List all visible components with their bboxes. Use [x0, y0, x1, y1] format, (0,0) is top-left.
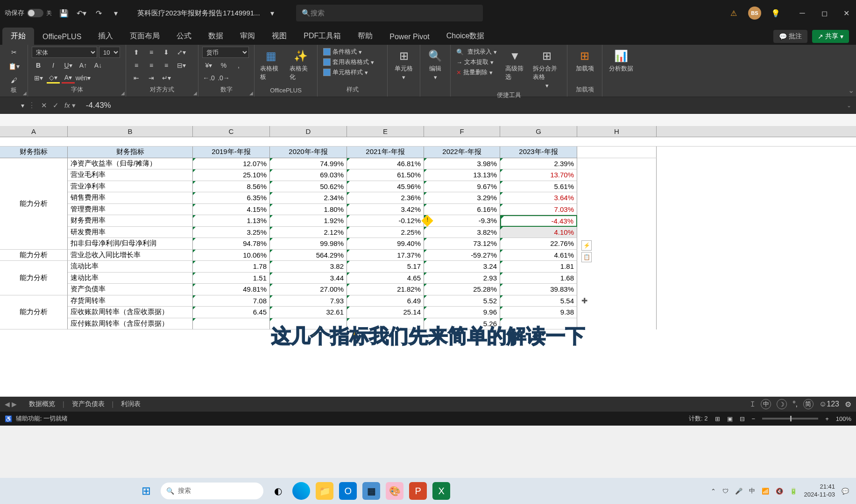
metric-name-cell[interactable]: 应收账款周转率（含应收票据）: [68, 307, 193, 318]
undo-icon[interactable]: ↶▾: [76, 8, 86, 18]
data-cell[interactable]: 69.03%: [270, 169, 347, 181]
header-cell[interactable]: 2019年-年报: [193, 147, 270, 158]
data-cell[interactable]: 5.17: [347, 261, 424, 273]
align-right-icon[interactable]: ≡: [160, 60, 173, 71]
warning-icon[interactable]: ⚠: [729, 8, 739, 18]
redo-icon[interactable]: ↷: [93, 8, 104, 18]
data-cell[interactable]: [500, 318, 577, 330]
cell-format-button[interactable]: 套用表格格式▾: [321, 57, 383, 67]
data-cell[interactable]: 6.45: [193, 307, 270, 318]
data-cell[interactable]: 564.29%: [270, 250, 347, 261]
empty-cell[interactable]: [577, 181, 657, 193]
zoom-slider[interactable]: [762, 418, 818, 420]
conditional-format-button[interactable]: 条件格式▾: [321, 47, 383, 57]
align-center-icon[interactable]: ≡: [145, 60, 158, 71]
data-cell[interactable]: 5.61%: [500, 181, 577, 193]
data-cell[interactable]: 32.61: [270, 307, 347, 318]
data-cell[interactable]: 3.24: [424, 261, 500, 273]
data-cell[interactable]: 10.06%: [193, 250, 270, 261]
lang-indicator[interactable]: 中: [749, 487, 755, 495]
data-cell[interactable]: 1.13%: [193, 215, 270, 227]
cell-style-button[interactable]: 单元格样式▾: [321, 67, 383, 77]
underline-button[interactable]: U▾: [62, 60, 75, 71]
align-middle-icon[interactable]: ≡: [145, 47, 158, 58]
analyze-data-button[interactable]: 📊分析数据: [606, 47, 636, 75]
data-cell[interactable]: 2.25%: [347, 227, 424, 238]
data-cell[interactable]: 2.39%: [500, 158, 577, 170]
tab-insert[interactable]: 插入: [90, 28, 121, 45]
search-input[interactable]: 🔍 搜索: [296, 5, 483, 21]
col-header-a[interactable]: A: [0, 126, 68, 137]
data-cell[interactable]: 3.44: [270, 273, 347, 284]
empty-cell[interactable]: [577, 204, 657, 216]
ime-moon-icon[interactable]: ☽: [777, 399, 787, 409]
empty-cell[interactable]: [577, 158, 657, 170]
data-cell[interactable]: 2.93: [424, 273, 500, 284]
zoom-level[interactable]: 100%: [836, 415, 851, 422]
text-extract-button[interactable]: → 文本提取 ▾: [454, 57, 499, 67]
metric-name-cell[interactable]: 营业总收入同比增长率: [68, 250, 193, 261]
metric-name-cell[interactable]: 应付账款周转率（含应付票据）: [68, 318, 193, 330]
data-cell[interactable]: 4.65: [347, 273, 424, 284]
split-merge-button[interactable]: ⊞拆分合并表格▾: [531, 47, 563, 91]
app-icon-2[interactable]: 🎨: [386, 482, 403, 500]
header-cell[interactable]: 2022年-年报: [424, 147, 500, 158]
addin-button[interactable]: ⊞加载项: [571, 47, 598, 75]
comma-icon[interactable]: ,: [232, 60, 245, 71]
cells-button[interactable]: ⊞单元格▾: [391, 47, 416, 83]
data-cell[interactable]: 9.38: [500, 307, 577, 318]
data-cell[interactable]: 46.81%: [347, 158, 424, 170]
data-cell[interactable]: 45.96%: [347, 181, 424, 193]
wrap-icon[interactable]: ↵▾: [160, 72, 173, 84]
dec-decrease-icon[interactable]: .0→: [217, 72, 230, 84]
data-cell[interactable]: 13.13%: [424, 169, 500, 181]
explorer-icon[interactable]: 📁: [316, 482, 333, 500]
ime-lang-icon[interactable]: 中: [761, 399, 771, 409]
tab-start[interactable]: 开始: [2, 28, 34, 45]
metric-name-cell[interactable]: 营业净利率: [68, 181, 193, 193]
empty-cell[interactable]: [577, 273, 657, 284]
taskbar-clock[interactable]: 21:41 2024-11-03: [804, 483, 835, 499]
data-cell[interactable]: 9.96: [424, 307, 500, 318]
empty-cell[interactable]: [577, 284, 657, 295]
metric-name-cell[interactable]: 流动比率: [68, 261, 193, 273]
metric-name-cell[interactable]: 扣非归母净利润/归母净利润: [68, 238, 193, 250]
metric-name-cell[interactable]: 研发费用率: [68, 227, 193, 238]
data-cell[interactable]: 3.42%: [347, 204, 424, 216]
fx-icon[interactable]: fx ▾: [64, 101, 76, 110]
data-cell[interactable]: [347, 318, 424, 330]
data-cell[interactable]: 1.78: [193, 261, 270, 273]
taskbar-search[interactable]: 🔍 搜索: [161, 483, 263, 499]
metric-name-cell[interactable]: 资产负债率: [68, 284, 193, 295]
format-painter-icon[interactable]: 🖌: [7, 75, 21, 86]
data-cell[interactable]: 4.15%: [193, 204, 270, 216]
empty-cell[interactable]: [577, 318, 657, 330]
italic-button[interactable]: I: [47, 60, 60, 71]
data-cell[interactable]: 17.37%: [347, 250, 424, 261]
formula-input[interactable]: -4.43%: [81, 101, 847, 110]
col-header-f[interactable]: F: [424, 126, 500, 137]
more-icon[interactable]: ▾: [111, 8, 121, 18]
confirm-formula-icon[interactable]: ✓: [53, 101, 59, 110]
autosave-toggle[interactable]: 动保存 关: [5, 9, 52, 17]
data-cell[interactable]: 99.40%: [347, 238, 424, 250]
lightbulb-icon[interactable]: 💡: [771, 8, 781, 18]
save-icon[interactable]: 💾: [59, 8, 69, 18]
font-name-select[interactable]: 宋体: [32, 47, 97, 58]
data-cell[interactable]: 6.35%: [193, 192, 270, 204]
spreadsheet[interactable]: A B C D E F G H 财务指标 财务指标 2019年-年报 2020年…: [0, 126, 856, 397]
align-top-icon[interactable]: ⬆: [130, 47, 143, 58]
font-shrink-icon[interactable]: A↓: [92, 60, 105, 71]
data-cell[interactable]: 4.10%: [500, 227, 577, 238]
title-dropdown-icon[interactable]: ▾: [267, 8, 277, 18]
group-label-cell[interactable]: 能力分析: [0, 261, 68, 295]
ime-punct-icon[interactable]: °,: [792, 400, 798, 408]
sheet-tab-balance[interactable]: 资产负债表: [65, 398, 111, 410]
excel-icon[interactable]: X: [432, 482, 450, 500]
font-grow-icon[interactable]: A↑: [77, 60, 90, 71]
tab-help[interactable]: 帮助: [349, 28, 381, 45]
tab-pivot[interactable]: Power Pivot: [381, 29, 438, 45]
ime-emoji-icon[interactable]: ☺123: [819, 400, 839, 408]
find-input-button[interactable]: 🔍 查找录入 ▾: [454, 47, 499, 57]
taskbar-icon[interactable]: ◐: [269, 482, 287, 500]
